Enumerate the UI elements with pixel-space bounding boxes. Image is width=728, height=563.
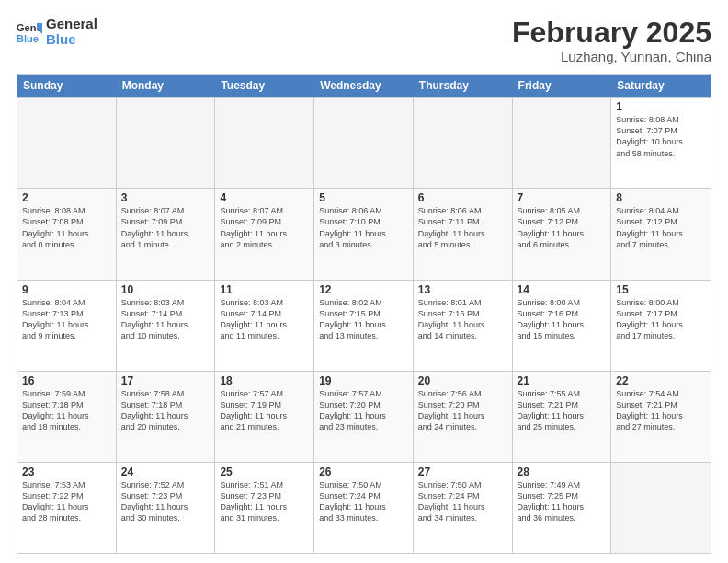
day-info: Sunrise: 8:06 AM Sunset: 7:10 PM Dayligh… <box>319 205 408 250</box>
location-title: Luzhang, Yunnan, China <box>512 49 711 64</box>
day-number: 4 <box>220 191 309 204</box>
calendar-cell <box>215 98 314 188</box>
day-number: 1 <box>616 100 706 113</box>
logo-text-blue: Blue <box>46 32 97 48</box>
weekday-header: Thursday <box>414 75 513 97</box>
day-number: 21 <box>518 374 607 387</box>
day-info: Sunrise: 7:57 AM Sunset: 7:19 PM Dayligh… <box>220 388 309 433</box>
calendar-cell: 7Sunrise: 8:05 AM Sunset: 7:12 PM Daylig… <box>513 189 612 279</box>
day-info: Sunrise: 7:57 AM Sunset: 7:20 PM Dayligh… <box>319 388 408 433</box>
day-number: 14 <box>518 283 607 296</box>
calendar-body: 1Sunrise: 8:08 AM Sunset: 7:07 PM Daylig… <box>17 97 711 553</box>
calendar-week-row: 9Sunrise: 8:04 AM Sunset: 7:13 PM Daylig… <box>17 280 711 371</box>
day-info: Sunrise: 7:50 AM Sunset: 7:24 PM Dayligh… <box>319 479 408 524</box>
day-info: Sunrise: 8:03 AM Sunset: 7:14 PM Dayligh… <box>121 297 210 342</box>
day-info: Sunrise: 8:07 AM Sunset: 7:09 PM Dayligh… <box>121 205 210 250</box>
title-block: February 2025 Luzhang, Yunnan, China <box>512 17 711 64</box>
day-number: 7 <box>518 191 607 204</box>
day-number: 20 <box>418 374 507 387</box>
weekday-header: Tuesday <box>215 75 314 97</box>
day-info: Sunrise: 8:08 AM Sunset: 7:08 PM Dayligh… <box>22 205 111 250</box>
calendar-cell: 8Sunrise: 8:04 AM Sunset: 7:12 PM Daylig… <box>611 189 711 279</box>
calendar-header: SundayMondayTuesdayWednesdayThursdayFrid… <box>17 75 711 97</box>
day-number: 3 <box>121 191 210 204</box>
day-number: 5 <box>319 191 408 204</box>
calendar-cell: 13Sunrise: 8:01 AM Sunset: 7:16 PM Dayli… <box>414 281 513 371</box>
day-info: Sunrise: 7:58 AM Sunset: 7:18 PM Dayligh… <box>121 388 210 433</box>
day-number: 8 <box>616 191 706 204</box>
calendar-cell: 21Sunrise: 7:55 AM Sunset: 7:21 PM Dayli… <box>513 372 612 462</box>
calendar-cell: 9Sunrise: 8:04 AM Sunset: 7:13 PM Daylig… <box>17 281 117 371</box>
header: General Blue General Blue February 2025 … <box>17 17 711 64</box>
day-number: 19 <box>319 374 408 387</box>
weekday-header: Sunday <box>17 75 117 97</box>
day-number: 13 <box>418 283 507 296</box>
logo-text-general: General <box>46 17 97 32</box>
day-info: Sunrise: 8:06 AM Sunset: 7:11 PM Dayligh… <box>418 205 507 250</box>
calendar-cell: 4Sunrise: 8:07 AM Sunset: 7:09 PM Daylig… <box>215 189 314 279</box>
day-number: 28 <box>518 465 607 478</box>
day-info: Sunrise: 8:00 AM Sunset: 7:17 PM Dayligh… <box>616 297 706 342</box>
day-number: 12 <box>319 283 408 296</box>
calendar-cell <box>414 98 513 188</box>
day-info: Sunrise: 8:08 AM Sunset: 7:07 PM Dayligh… <box>616 114 706 159</box>
day-info: Sunrise: 7:52 AM Sunset: 7:23 PM Dayligh… <box>121 479 210 524</box>
calendar-cell <box>314 98 414 188</box>
calendar-cell: 26Sunrise: 7:50 AM Sunset: 7:24 PM Dayli… <box>314 463 414 553</box>
calendar-cell <box>117 98 216 188</box>
calendar-week-row: 1Sunrise: 8:08 AM Sunset: 7:07 PM Daylig… <box>17 97 711 188</box>
logo-icon: General Blue <box>17 19 42 45</box>
day-number: 10 <box>121 283 210 296</box>
day-info: Sunrise: 7:59 AM Sunset: 7:18 PM Dayligh… <box>22 388 111 433</box>
day-info: Sunrise: 7:55 AM Sunset: 7:21 PM Dayligh… <box>518 388 607 433</box>
weekday-header: Wednesday <box>314 75 414 97</box>
calendar-cell: 3Sunrise: 8:07 AM Sunset: 7:09 PM Daylig… <box>117 189 216 279</box>
calendar-cell: 6Sunrise: 8:06 AM Sunset: 7:11 PM Daylig… <box>414 189 513 279</box>
calendar-cell: 15Sunrise: 8:00 AM Sunset: 7:17 PM Dayli… <box>611 281 711 371</box>
calendar-week-row: 2Sunrise: 8:08 AM Sunset: 7:08 PM Daylig… <box>17 188 711 279</box>
day-number: 18 <box>220 374 309 387</box>
calendar-cell: 17Sunrise: 7:58 AM Sunset: 7:18 PM Dayli… <box>117 372 216 462</box>
day-number: 23 <box>22 465 111 478</box>
calendar-cell: 19Sunrise: 7:57 AM Sunset: 7:20 PM Dayli… <box>314 372 414 462</box>
calendar: SundayMondayTuesdayWednesdayThursdayFrid… <box>17 74 711 554</box>
calendar-cell: 27Sunrise: 7:50 AM Sunset: 7:24 PM Dayli… <box>414 463 513 553</box>
day-info: Sunrise: 8:03 AM Sunset: 7:14 PM Dayligh… <box>220 297 309 342</box>
day-info: Sunrise: 8:05 AM Sunset: 7:12 PM Dayligh… <box>518 205 607 250</box>
day-number: 16 <box>22 374 111 387</box>
day-number: 25 <box>220 465 309 478</box>
day-number: 15 <box>616 283 706 296</box>
calendar-cell: 1Sunrise: 8:08 AM Sunset: 7:07 PM Daylig… <box>611 98 711 188</box>
day-info: Sunrise: 8:04 AM Sunset: 7:12 PM Dayligh… <box>616 205 706 250</box>
day-info: Sunrise: 8:01 AM Sunset: 7:16 PM Dayligh… <box>418 297 507 342</box>
month-title: February 2025 <box>512 17 711 49</box>
page: General Blue General Blue February 2025 … <box>0 0 728 563</box>
day-info: Sunrise: 7:54 AM Sunset: 7:21 PM Dayligh… <box>616 388 706 433</box>
day-info: Sunrise: 7:49 AM Sunset: 7:25 PM Dayligh… <box>518 479 607 524</box>
day-info: Sunrise: 7:56 AM Sunset: 7:20 PM Dayligh… <box>418 388 507 433</box>
weekday-header: Monday <box>117 75 216 97</box>
calendar-cell <box>611 463 711 553</box>
day-number: 11 <box>220 283 309 296</box>
day-number: 9 <box>22 283 111 296</box>
calendar-cell: 23Sunrise: 7:53 AM Sunset: 7:22 PM Dayli… <box>17 463 117 553</box>
day-number: 26 <box>319 465 408 478</box>
day-number: 27 <box>418 465 507 478</box>
calendar-cell: 25Sunrise: 7:51 AM Sunset: 7:23 PM Dayli… <box>215 463 314 553</box>
day-info: Sunrise: 7:50 AM Sunset: 7:24 PM Dayligh… <box>418 479 507 524</box>
calendar-cell: 12Sunrise: 8:02 AM Sunset: 7:15 PM Dayli… <box>314 281 414 371</box>
calendar-cell <box>17 98 117 188</box>
calendar-cell: 5Sunrise: 8:06 AM Sunset: 7:10 PM Daylig… <box>314 189 414 279</box>
day-number: 22 <box>616 374 706 387</box>
calendar-cell: 16Sunrise: 7:59 AM Sunset: 7:18 PM Dayli… <box>17 372 117 462</box>
day-number: 17 <box>121 374 210 387</box>
day-number: 2 <box>22 191 111 204</box>
calendar-cell: 10Sunrise: 8:03 AM Sunset: 7:14 PM Dayli… <box>117 281 216 371</box>
calendar-cell: 14Sunrise: 8:00 AM Sunset: 7:16 PM Dayli… <box>513 281 612 371</box>
calendar-cell: 24Sunrise: 7:52 AM Sunset: 7:23 PM Dayli… <box>117 463 216 553</box>
calendar-cell: 11Sunrise: 8:03 AM Sunset: 7:14 PM Dayli… <box>215 281 314 371</box>
weekday-header: Friday <box>513 75 612 97</box>
day-info: Sunrise: 8:02 AM Sunset: 7:15 PM Dayligh… <box>319 297 408 342</box>
logo: General Blue General Blue <box>17 17 97 47</box>
day-info: Sunrise: 8:04 AM Sunset: 7:13 PM Dayligh… <box>22 297 111 342</box>
